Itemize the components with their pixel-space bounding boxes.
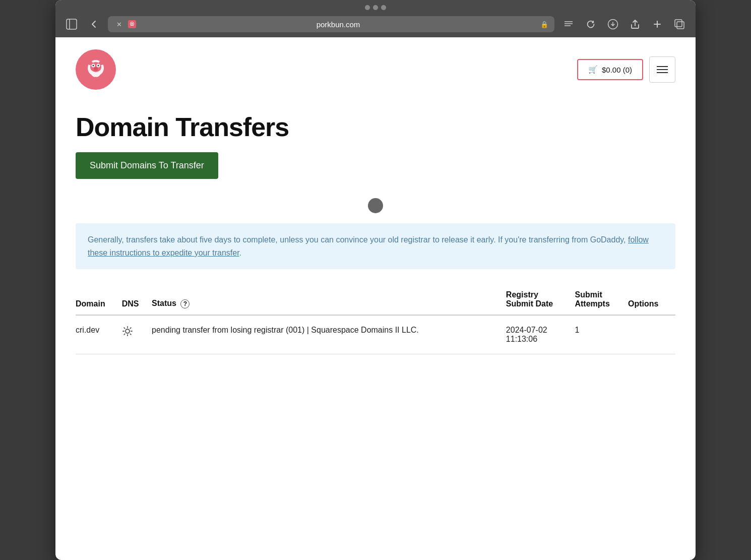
new-tab-button[interactable] — [649, 16, 665, 32]
info-box: Generally, transfers take about five day… — [76, 223, 675, 269]
svg-rect-0 — [67, 19, 77, 29]
tab-close-icon[interactable]: ✕ — [114, 19, 124, 29]
svg-point-21 — [126, 329, 130, 333]
svg-point-18 — [94, 67, 98, 70]
reader-mode-button[interactable] — [560, 16, 577, 32]
info-text-after-link: . — [239, 248, 241, 257]
browser-dot-3 — [381, 5, 386, 10]
browser-window: ✕ porkbun.com 🔒 — [55, 0, 696, 560]
col-header-status: Status ? — [152, 285, 506, 315]
svg-rect-10 — [675, 20, 682, 27]
cell-submit-attempts: 1 — [575, 315, 628, 354]
info-text-before-link: Generally, transfers take about five day… — [88, 235, 628, 244]
cell-dns — [122, 315, 152, 354]
cell-domain: cri.dev — [76, 315, 122, 354]
browser-dot-1 — [365, 5, 370, 10]
sidebar-toggle-button[interactable] — [64, 16, 80, 32]
submit-domains-button[interactable]: Submit Domains To Transfer — [76, 152, 218, 179]
page-content: 🛒 $0.00 (0) Domain Transfers Submit Doma… — [55, 37, 696, 542]
menu-button[interactable] — [649, 56, 675, 83]
col-header-domain: Domain — [76, 285, 122, 315]
browser-toolbar: ✕ porkbun.com 🔒 — [55, 13, 696, 37]
tabs-button[interactable] — [671, 16, 687, 32]
hamburger-line-3 — [657, 72, 668, 73]
site-logo[interactable] — [76, 49, 116, 90]
col-header-options: Options — [628, 285, 675, 315]
address-bar[interactable]: ✕ porkbun.com 🔒 — [108, 16, 554, 32]
cell-registry-submit-date: 2024-07-0211:13:06 — [506, 315, 575, 354]
col-header-submit-attempts: SubmitAttempts — [575, 285, 628, 315]
gear-icon[interactable] — [122, 326, 133, 337]
header-right: 🛒 $0.00 (0) — [577, 56, 675, 83]
back-button[interactable] — [86, 16, 102, 32]
reload-button[interactable] — [583, 16, 599, 32]
cell-options — [628, 315, 675, 354]
table-header-row: Domain DNS Status ? RegistrySubmit Date … — [76, 285, 675, 315]
status-help-icon[interactable]: ? — [180, 299, 190, 308]
cell-status: pending transfer from losing registrar (… — [152, 315, 506, 354]
browser-chrome: ✕ porkbun.com 🔒 — [55, 0, 696, 37]
main-content: Domain Transfers Submit Domains To Trans… — [55, 102, 696, 375]
loading-spinner — [368, 198, 383, 213]
svg-rect-11 — [677, 22, 684, 29]
browser-right-icons — [605, 16, 687, 32]
transfers-table: Domain DNS Status ? RegistrySubmit Date … — [76, 285, 675, 354]
url-text: porkbun.com — [140, 20, 536, 29]
table-body: cri.dev pending transfer from losing reg… — [76, 315, 675, 354]
svg-point-19 — [88, 61, 93, 65]
spinner-container — [76, 198, 675, 213]
cart-icon: 🛒 — [588, 65, 598, 74]
svg-point-20 — [99, 61, 104, 65]
table-header: Domain DNS Status ? RegistrySubmit Date … — [76, 285, 675, 315]
col-header-dns: DNS — [122, 285, 152, 315]
cart-button[interactable]: 🛒 $0.00 (0) — [577, 59, 643, 80]
logo-svg — [83, 57, 108, 82]
hamburger-line-1 — [657, 66, 668, 67]
favicon — [128, 20, 136, 28]
col-header-registry-submit-date: RegistrySubmit Date — [506, 285, 575, 315]
browser-dot-2 — [373, 5, 378, 10]
hamburger-line-2 — [657, 69, 668, 70]
browser-titlebar — [55, 0, 696, 13]
svg-point-17 — [98, 65, 99, 67]
site-header: 🛒 $0.00 (0) — [55, 37, 696, 102]
share-button[interactable] — [627, 16, 643, 32]
browser-dots — [365, 5, 386, 10]
cart-total: $0.00 (0) — [602, 66, 632, 74]
table-row: cri.dev pending transfer from losing reg… — [76, 315, 675, 354]
lock-icon: 🔒 — [540, 21, 548, 28]
page-title: Domain Transfers — [76, 112, 675, 142]
svg-point-16 — [93, 65, 94, 67]
download-button[interactable] — [605, 16, 621, 32]
svg-point-3 — [132, 23, 133, 25]
